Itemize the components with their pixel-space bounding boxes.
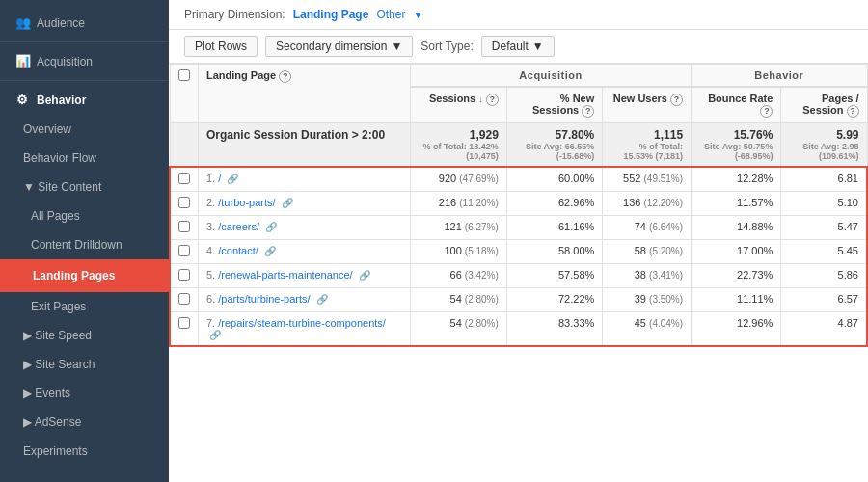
table-row: 4. /contact/ 🔗 100 (5.18%) 58.00% 58 (5.… (170, 240, 867, 264)
acquisition-group-header: Acquisition (411, 65, 692, 88)
sidebar-item-behavior[interactable]: ⚙ Behavior (0, 85, 169, 115)
table-row: 5. /renewal-parts-maintenance/ 🔗 66 (3.4… (170, 264, 867, 288)
table-row: 2. /turbo-parts/ 🔗 216 (11.20%) 62.96% 1… (170, 192, 867, 216)
sidebar: 👥 Audience 📊 Acquisition ⚙ Behavior Over… (0, 0, 169, 482)
secondary-dimension-button[interactable]: Secondary dimension ▼ (265, 36, 413, 57)
sidebar-item-site-search[interactable]: ▶ Site Search (0, 350, 169, 379)
new-users-header[interactable]: New Users ? (603, 87, 692, 123)
other-link[interactable]: Other (376, 8, 405, 21)
select-all-checkbox[interactable] (170, 65, 199, 123)
table-row: 1. / 🔗 920 (47.69%) 60.00% 552 (49.51%) … (170, 167, 867, 192)
table-row: 3. /careers/ 🔗 121 (6.27%) 61.16% 74 (6.… (170, 216, 867, 240)
sidebar-item-exit-pages[interactable]: Exit Pages (0, 292, 169, 321)
landing-page-help-icon[interactable]: ? (279, 70, 291, 83)
main-content: Primary Dimension: Landing Page Other ▼ … (169, 0, 868, 482)
table-row: 7. /repairs/steam-turbine-components/ 🔗 … (170, 312, 867, 347)
sessions-header[interactable]: Sessions ↓ ? (411, 87, 507, 123)
sidebar-item-landing-pages[interactable]: Landing Pages (0, 259, 169, 292)
sort-type-label: Sort Type: (420, 40, 473, 53)
segment-summary-row: Organic Session Duration > 2:00 1,929 % … (170, 123, 867, 168)
audience-icon: 👥 (15, 15, 29, 30)
pct-new-sessions-header[interactable]: % New Sessions ? (506, 87, 602, 123)
pages-session-help-icon[interactable]: ? (847, 105, 859, 118)
data-table-area: Landing Page ? Acquisition Behavior Sess… (169, 64, 868, 482)
sort-default-button[interactable]: Default ▼ (481, 36, 555, 57)
plot-rows-button[interactable]: Plot Rows (184, 36, 258, 57)
toolbar: Plot Rows Secondary dimension ▼ Sort Typ… (169, 30, 868, 64)
segment-pct-new-sessions-cell: 57.80% Site Avg: 66.55% (-15.68%) (506, 123, 602, 168)
segment-pages-session-cell: 5.99 Site Avg: 2.98 (109.61%) (781, 123, 867, 168)
sidebar-item-overview[interactable]: Overview (0, 115, 169, 144)
bounce-rate-help-icon[interactable]: ? (760, 105, 773, 118)
sidebar-item-experiments[interactable]: Experiments (0, 437, 169, 466)
landing-page-header: Landing Page ? (199, 65, 411, 123)
pct-new-sessions-help-icon[interactable]: ? (582, 105, 594, 118)
primary-dimension-value[interactable]: Landing Page (293, 8, 369, 21)
sidebar-item-adsense[interactable]: ▶ AdSense (0, 408, 169, 437)
primary-dimension-label: Primary Dimension: (184, 8, 285, 21)
segment-bounce-rate-cell: 15.76% Site Avg: 50.75% (-68.95%) (692, 123, 781, 168)
sidebar-item-all-pages[interactable]: All Pages (0, 201, 169, 230)
segment-new-users-cell: 1,115 % of Total: 15.53% (7,181) (603, 123, 692, 168)
sidebar-item-site-speed[interactable]: ▶ Site Speed (0, 321, 169, 350)
sidebar-item-site-content[interactable]: ▼ Site Content (0, 173, 169, 201)
sessions-help-icon[interactable]: ? (486, 94, 499, 106)
segment-sessions-cell: 1,929 % of Total: 18.42% (10,475) (411, 123, 507, 168)
dropdown-arrow-icon: ▼ (391, 40, 402, 53)
sort-dropdown-icon: ▼ (532, 40, 544, 53)
segment-checkbox-cell (170, 123, 199, 168)
sidebar-item-audience[interactable]: 👥 Audience (0, 8, 169, 38)
segment-label-cell: Organic Session Duration > 2:00 (199, 123, 411, 168)
data-table: Landing Page ? Acquisition Behavior Sess… (169, 64, 868, 347)
sidebar-item-behavior-flow[interactable]: Behavior Flow (0, 144, 169, 173)
sessions-sort-icon: ↓ (478, 94, 483, 104)
bounce-rate-header[interactable]: Bounce Rate ? (692, 87, 781, 123)
acquisition-icon: 📊 (15, 54, 29, 68)
sidebar-item-events[interactable]: ▶ Events (0, 379, 169, 408)
dropdown-icon[interactable]: ▼ (413, 10, 422, 20)
new-users-help-icon[interactable]: ? (670, 94, 683, 106)
behavior-icon: ⚙ (15, 93, 29, 107)
sidebar-item-content-drilldown[interactable]: Content Drilldown (0, 230, 169, 259)
table-row: 6. /parts/turbine-parts/ 🔗 54 (2.80%) 72… (170, 288, 867, 312)
pages-session-header[interactable]: Pages / Session ? (781, 87, 867, 123)
sidebar-item-acquisition[interactable]: 📊 Acquisition (0, 46, 169, 76)
top-bar: Primary Dimension: Landing Page Other ▼ (169, 0, 868, 30)
behavior-group-header: Behavior (692, 65, 867, 88)
